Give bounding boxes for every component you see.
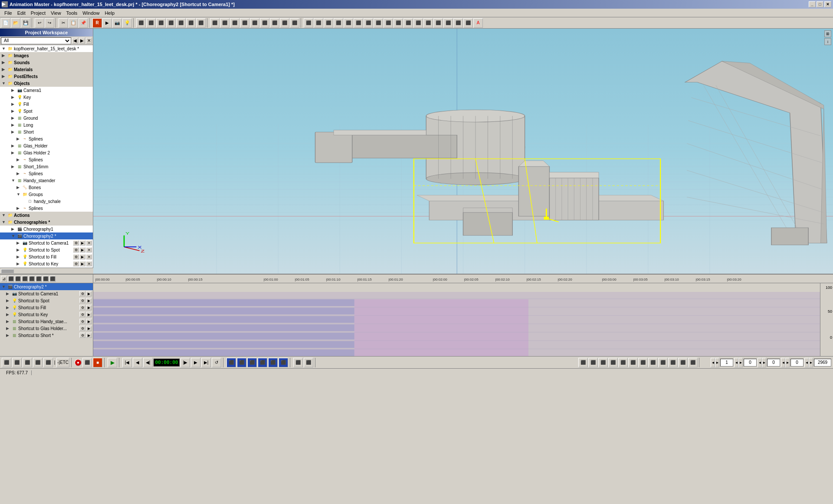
timeline-btn6[interactable]: ⬛: [43, 276, 49, 282]
tree-sounds[interactable]: ▶ 📁 Sounds: [0, 59, 93, 66]
tree-handy-schale[interactable]: □ handy_schale: [0, 198, 93, 205]
t33[interactable]: ⬛: [463, 18, 473, 28]
step-fwd-btn[interactable]: |▶: [180, 358, 190, 367]
nav-next-btn[interactable]: ▶: [79, 38, 85, 44]
t23[interactable]: ⬛: [364, 18, 373, 28]
tree-splines-4[interactable]: ▶ ~ Splines: [0, 205, 93, 212]
tree-choreographies[interactable]: ▼ 📁 Choreographies *: [0, 219, 93, 226]
act2[interactable]: ▶: [86, 333, 92, 338]
tree-short-16mm[interactable]: ▶ ▦ Short_16mm: [0, 163, 93, 170]
t-btn13[interactable]: ⬛: [618, 358, 628, 367]
tree-materials[interactable]: ▶ 📁 Materials: [0, 66, 93, 73]
act2[interactable]: ▶: [79, 247, 85, 252]
tree-images[interactable]: ▶ 📁 Images: [0, 52, 93, 59]
play-btn[interactable]: ▶: [108, 358, 117, 367]
tree-sc-key[interactable]: ▶ 💡 Shortcut to Key ⚙ ▶ ✕: [0, 260, 93, 267]
t3[interactable]: ⬛: [156, 18, 166, 28]
tree-splines-1[interactable]: ▶ ~ Splines: [0, 135, 93, 142]
coord-w[interactable]: [790, 359, 803, 367]
act1[interactable]: ⚙: [73, 240, 79, 245]
menu-window[interactable]: Window: [80, 10, 102, 16]
t30[interactable]: ⬛: [433, 18, 443, 28]
t18[interactable]: ⬛: [314, 18, 323, 28]
menu-help[interactable]: Help: [102, 10, 117, 16]
t-btn15[interactable]: ⬛: [638, 358, 648, 367]
arr-right-1[interactable]: ▸: [715, 358, 719, 367]
tree-splines-2[interactable]: ▶ ~ Splines: [0, 156, 93, 163]
next-btn[interactable]: ▶: [191, 358, 200, 367]
t-btn3[interactable]: ⬛: [247, 358, 257, 367]
tl-sc-key[interactable]: ▶ 💡 Shortcut to Key ⚙ ▶: [0, 311, 93, 318]
t-btn12[interactable]: ⬛: [608, 358, 618, 367]
copy-btn[interactable]: 📋: [69, 18, 78, 28]
arr-right-2[interactable]: ▸: [738, 358, 743, 367]
t-btn16[interactable]: ⬛: [648, 358, 658, 367]
light-btn[interactable]: 💡: [122, 18, 132, 28]
pb-etc[interactable]: -|ETC: [56, 358, 69, 367]
coord-z[interactable]: [767, 359, 780, 367]
save-btn[interactable]: 💾: [21, 18, 30, 28]
record-btn[interactable]: ●: [75, 359, 82, 366]
t-btn18[interactable]: ⬛: [668, 358, 678, 367]
tree-long[interactable]: ▶ ▦ Long: [0, 121, 93, 128]
act3[interactable]: ✕: [86, 240, 92, 245]
act3[interactable]: ✕: [86, 254, 92, 259]
act2[interactable]: ▶: [86, 298, 92, 303]
minimize-button[interactable]: _: [809, 1, 816, 7]
tl-sc-short[interactable]: ▶ ▦ Shortcut to Short * ⚙ ▶: [0, 332, 93, 339]
arr-right-5[interactable]: ▸: [809, 358, 813, 367]
t26[interactable]: ⬛: [394, 18, 403, 28]
arr-right-4[interactable]: ▸: [785, 358, 790, 367]
left-panel-hscroll[interactable]: [0, 268, 93, 274]
stop-btn[interactable]: ■: [93, 358, 102, 367]
t-btn1[interactable]: ⬛: [226, 358, 236, 367]
act2[interactable]: ▶: [86, 291, 92, 296]
t-btn10[interactable]: ⬛: [588, 358, 598, 367]
timeline-collapse[interactable]: ⊿: [1, 276, 7, 282]
act2[interactable]: ▶: [86, 326, 92, 331]
t34[interactable]: A: [473, 18, 483, 28]
tree-actions[interactable]: ▼ 📁 Actions: [0, 212, 93, 219]
t13[interactable]: ⬛: [260, 18, 269, 28]
t10[interactable]: ⬛: [230, 18, 239, 28]
prev-btn[interactable]: ◀: [133, 358, 142, 367]
prev-start-btn[interactable]: |◀: [122, 358, 132, 367]
close-button[interactable]: ✕: [824, 1, 831, 7]
tree-short[interactable]: ▶ ▦ Short: [0, 128, 93, 135]
arr-left-2[interactable]: ◂: [734, 358, 738, 367]
arr-right-3[interactable]: ▸: [762, 358, 766, 367]
t7[interactable]: ⬛: [196, 18, 206, 28]
pb-btn5[interactable]: ⬛: [43, 358, 53, 367]
t25[interactable]: ⬛: [384, 18, 393, 28]
3d-viewport[interactable]: Y Z X ⊞ ↕: [93, 29, 833, 274]
t-btn8[interactable]: ⬛: [304, 358, 313, 367]
act2[interactable]: ▶: [86, 305, 92, 310]
tl-sc-glas2[interactable]: ▶ ▦ Shortcut to Glas Holder... ⚙ ▶: [0, 325, 93, 332]
pb-btn6[interactable]: ⬛: [82, 358, 92, 367]
t-btn11[interactable]: ⬛: [598, 358, 608, 367]
timeline-right[interactable]: |00:00:00 |00:00:05 |00:00:10 |00:00:15 …: [93, 275, 833, 356]
t-btn19[interactable]: ⬛: [678, 358, 688, 367]
tl-sc-spot[interactable]: ▶ 💡 Shortcut to Spot ⚙ ▶: [0, 297, 93, 304]
arr-left-5[interactable]: ◂: [804, 358, 809, 367]
pb-btn2[interactable]: ⬛: [12, 358, 22, 367]
act1[interactable]: ⚙: [73, 247, 79, 252]
act2[interactable]: ▶: [86, 319, 92, 324]
t28[interactable]: ⬛: [413, 18, 423, 28]
tree-choreo2[interactable]: ▼ 🎬 Choreography2 *: [0, 232, 93, 239]
tl-sc-handy[interactable]: ▶ ▦ Shortcut to Handy_stae... ⚙ ▶: [0, 318, 93, 325]
tree-handy[interactable]: ▼ ▦ Handy_staender: [0, 177, 93, 184]
tree-spot[interactable]: ▶ 💡 Spot: [0, 108, 93, 115]
arr-left-1[interactable]: ◂: [711, 358, 715, 367]
preview-btn[interactable]: ▶: [102, 18, 112, 28]
act2[interactable]: ▶: [79, 254, 85, 259]
menu-edit[interactable]: Edit: [15, 10, 28, 16]
timeline-btn5[interactable]: ⬛: [36, 276, 42, 282]
t-btn20[interactable]: ⬛: [688, 358, 698, 367]
tree-choreo1[interactable]: ▶ 🎬 Choreography1: [0, 226, 93, 232]
cam-btn[interactable]: 📷: [112, 18, 122, 28]
t6[interactable]: ⬛: [186, 18, 196, 28]
act1[interactable]: ⚙: [79, 326, 85, 331]
t27[interactable]: ⬛: [403, 18, 413, 28]
t20[interactable]: ⬛: [334, 18, 343, 28]
